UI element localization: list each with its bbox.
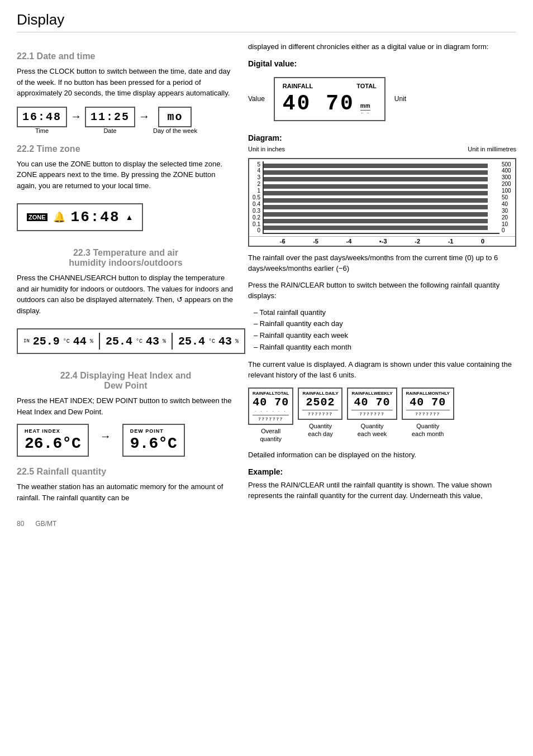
digital-value-section: Value RAINFALL TOTAL 40 70 mm ←→ Unit — [248, 71, 516, 127]
bar-row-2 — [264, 183, 499, 190]
temp-c-label-2: °C — [136, 338, 142, 344]
left-column: 22.1 Date and time Press the CLOCK butto… — [17, 41, 235, 509]
temp1: 25.9 — [33, 335, 60, 348]
rainfall-digital-display: RAINFALL TOTAL 40 70 mm ←→ — [274, 77, 386, 121]
heat-dew-arrow: → — [100, 430, 111, 451]
current-value-text: The current value is displayed. A diagra… — [248, 359, 516, 381]
bar-row-3 — [264, 176, 499, 183]
digital-value-heading: Digital value: — [248, 59, 516, 68]
rf-overall-item: RAINFALL TOTAL 40 70 · · · · · · 7777777… — [248, 387, 293, 443]
in-label: IN — [23, 338, 30, 344]
right-body-continue: displayed in different chronicles either… — [248, 41, 516, 52]
rf-monthly-bars: 7777777 — [406, 412, 450, 417]
day-label: Day of the week — [153, 127, 197, 134]
zone-display: ZONE 🔔 16:48 ▲ — [17, 203, 143, 231]
unit-mm-label: Unit in millimetres — [468, 146, 516, 152]
rf-monthly-divider — [406, 410, 450, 410]
day-display-item: mo Day of the week — [153, 107, 197, 134]
rf-weekly-bars: 7777777 — [351, 412, 392, 417]
rainfall-chart: 5 4 3 2 1 0.5 0.4 0.3 0.2 0.1 0 — [248, 158, 516, 247]
rf-daily-header: RAINFALL DAILY — [302, 391, 338, 396]
rf-monthly-label: Quantityeach month — [412, 422, 444, 438]
percent-label-2: % — [163, 338, 166, 344]
bar-row-1 — [264, 190, 499, 197]
total-label: TOTAL — [356, 83, 377, 89]
hum2: 43 — [146, 335, 159, 348]
arrow-1: → — [70, 110, 82, 131]
rain-clear-text: Press the RAIN/CLEAR button to switch be… — [248, 280, 516, 302]
rainfall-value: 40 70 — [283, 92, 355, 116]
page-footer: 80 GB/MT — [17, 520, 516, 528]
divider-2 — [172, 333, 173, 350]
bar-row-05 — [264, 197, 499, 204]
right-column: displayed in different chronicles either… — [248, 41, 516, 509]
x-label--5: -5 — [313, 238, 318, 245]
detailed-text: Detailed information can be displayed on… — [248, 449, 516, 461]
rf-monthly-top-right: MONTHLY — [428, 391, 450, 396]
x-label-0: 0 — [481, 238, 484, 245]
rf-weekly-divider — [351, 410, 392, 410]
rf-weekly-item: RAINFALL WEEKLY 40 70 7777777 Quantityea… — [347, 387, 397, 438]
time-display-item: 16:48 Time — [17, 107, 67, 134]
bar-row-03 — [264, 211, 499, 218]
rf-overall-value: 40 70 — [253, 396, 289, 409]
heat-index-label: HEAT INDEX — [25, 428, 60, 434]
unit-inches-label: Unit in inches — [248, 146, 285, 152]
rf-monthly-header: RAINFALL MONTHLY — [406, 391, 450, 396]
temp-c-label-3: °C — [208, 338, 215, 344]
y-axis-left: 5 4 3 2 1 0.5 0.4 0.3 0.2 0.1 0 — [249, 161, 263, 234]
bell-icon: 🔔 — [53, 211, 65, 223]
section-223-heading: 22.3 Temperature and air humidity indoor… — [17, 248, 235, 268]
rf-daily-value: 2502 — [302, 396, 338, 409]
section-221-body: Press the CLOCK button to switch between… — [17, 66, 235, 99]
chart-rows — [264, 161, 499, 233]
rainfall-options-list: Total rainfall quantity Rainfall quantit… — [254, 307, 516, 353]
rf-monthly-value: 40 70 — [406, 396, 450, 409]
rainfall-label: RAINFALL — [283, 83, 313, 89]
temperature-display: IN 25.9 °C 44 % 25.4 °C 43 % 25.4 °C 43 … — [17, 328, 245, 354]
rf-overall-header: RAINFALL TOTAL — [253, 391, 289, 396]
rainfall-header: RAINFALL TOTAL — [283, 83, 377, 89]
x-label--1: -1 — [448, 238, 454, 245]
temp-c-label-1: °C — [63, 338, 70, 344]
rf-overall-dots: · · · · · · — [253, 409, 289, 414]
date-label: Date — [103, 127, 116, 134]
rf-overall-label: Overallquantity — [260, 427, 282, 443]
rf-overall-top-right: TOTAL — [275, 391, 289, 396]
x-label--2: -2 — [415, 238, 420, 245]
time-date-display: 16:48 Time → 11:25 Date → mo Day of the … — [17, 107, 235, 134]
list-item-week: Rainfall quantity each week — [254, 330, 516, 342]
example-text: Press the RAIN/CLEAR until the rainfall … — [248, 480, 516, 501]
rf-daily-top-left: RAINFALL — [302, 391, 325, 396]
rf-weekly-top-right: WEEKLY — [374, 391, 393, 396]
diagram-heading: Diagram: — [248, 133, 516, 142]
percent-label-3: % — [235, 338, 239, 344]
unit-label: Unit — [394, 95, 406, 103]
dew-point-value: 9.6°C — [130, 435, 177, 452]
digital-value-row: 40 70 mm ←→ — [283, 92, 377, 116]
rf-daily-box: RAINFALL DAILY 2502 7777777 — [298, 387, 342, 420]
rf-weekly-label: Quantityeach week — [358, 422, 387, 438]
example-heading: Example: — [248, 467, 516, 476]
list-item-month: Rainfall quantity each month — [254, 342, 516, 353]
bar-row-4 — [264, 169, 499, 176]
rainfall-unit-label: mm — [360, 103, 370, 109]
x-label--6: -6 — [280, 238, 285, 245]
rainfall-unit-line: ←→ — [360, 110, 370, 116]
day-lcd: mo — [158, 107, 192, 127]
rf-monthly-item: RAINFALL MONTHLY 40 70 7777777 Quantitye… — [402, 387, 454, 438]
heat-index-box: HEAT INDEX 26.6°C — [17, 424, 89, 457]
rf-daily-item: RAINFALL DAILY 2502 7777777 Quantityeach… — [298, 387, 342, 438]
up-arrow-icon: ▲ — [126, 213, 134, 222]
rf-overall-box: RAINFALL TOTAL 40 70 · · · · · · 7777777 — [248, 387, 293, 425]
section-221-heading: 22.1 Date and time — [17, 51, 235, 61]
x-label--4: -4 — [346, 238, 352, 245]
date-lcd: 11:25 — [85, 107, 135, 127]
zone-label: ZONE — [27, 213, 47, 221]
dew-point-box: DEW POINT 9.6°C — [122, 424, 185, 457]
time-lcd: 16:48 — [17, 107, 67, 127]
rf-daily-label: Quantityeach day — [308, 422, 333, 438]
heat-dew-display: HEAT INDEX 26.6°C → DEW POINT 9.6°C — [17, 424, 235, 457]
value-label: Value — [248, 95, 265, 103]
rf-daily-top-right: DAILY — [325, 391, 338, 396]
